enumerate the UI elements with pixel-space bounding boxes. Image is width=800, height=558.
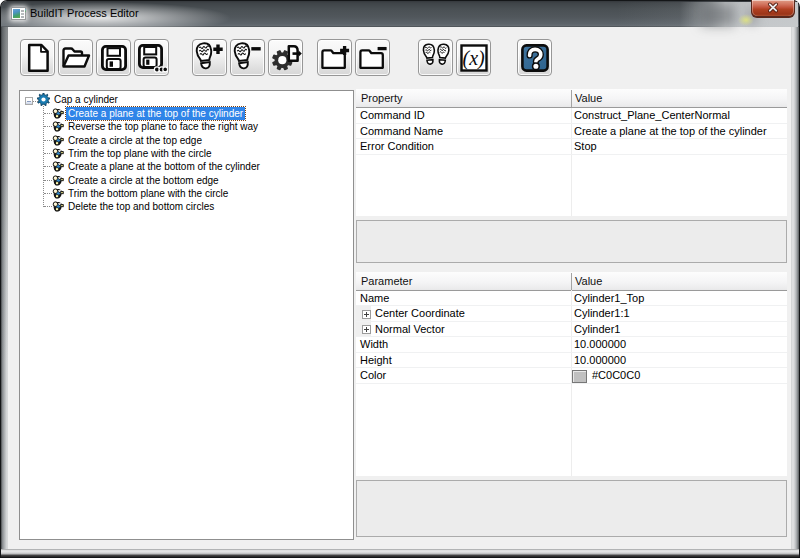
- svg-text:(x): (x): [462, 46, 485, 69]
